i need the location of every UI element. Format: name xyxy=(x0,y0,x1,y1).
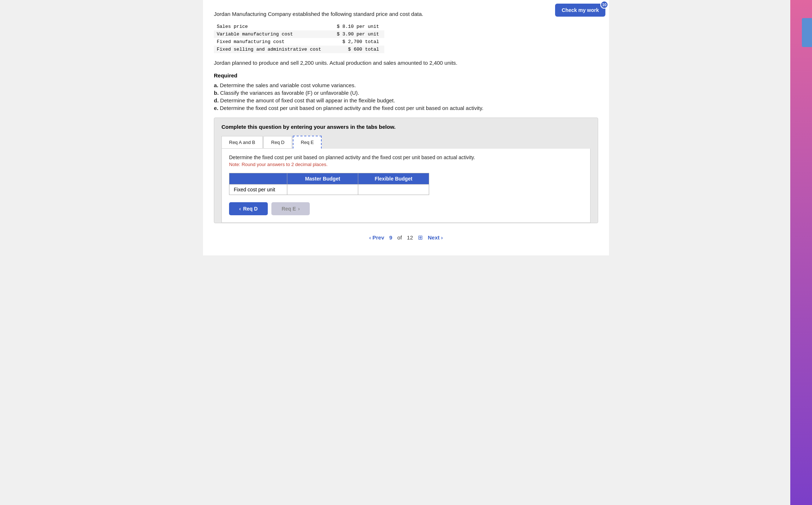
cost-value: $ 600 total xyxy=(326,46,384,53)
production-text: Jordan planned to produce and sell 2,200… xyxy=(214,60,598,66)
table-row: Fixed selling and administrative cost$ 6… xyxy=(214,46,384,53)
table-row: Variable manufacturing cost$ 3.90 per un… xyxy=(214,30,384,38)
complete-box: Complete this question by entering your … xyxy=(214,118,598,223)
next-label: Next xyxy=(428,234,440,241)
current-page: 9 xyxy=(389,234,392,241)
col-header-empty xyxy=(229,173,287,184)
req-item-text: Determine the amount of fixed cost that … xyxy=(220,97,395,103)
prev-arrow-icon: ‹ xyxy=(369,234,371,241)
req-item-label: d. xyxy=(214,97,219,103)
complete-box-title: Complete this question by entering your … xyxy=(221,124,591,130)
flexible-budget-input[interactable] xyxy=(358,184,429,195)
tab-req-a-b[interactable]: Req A and B xyxy=(221,136,263,149)
cost-label: Fixed manufacturing cost xyxy=(214,38,326,46)
tab-note: Note: Round your answers to 2 decimal pl… xyxy=(229,162,583,167)
grid-icon[interactable]: ⊞ xyxy=(418,234,423,241)
pagination-row: ‹ Prev 9 of 12 ⊞ Next › xyxy=(214,234,598,241)
master-budget-input[interactable] xyxy=(287,184,358,195)
right-arrow-icon: › xyxy=(298,206,300,212)
req-e-nav-button[interactable]: Req E › xyxy=(271,202,310,215)
req-item-text: Determine the sales and variable cost vo… xyxy=(220,82,356,88)
cost-value: $ 3.90 per unit xyxy=(326,30,384,38)
right-sidebar xyxy=(790,0,812,505)
table-row: Fixed cost per unit xyxy=(229,184,429,195)
total-pages: 12 xyxy=(407,234,413,241)
next-button[interactable]: Next › xyxy=(428,234,443,241)
req-d-nav-button[interactable]: ‹ Req D xyxy=(229,202,268,215)
list-item: a.Determine the sales and variable cost … xyxy=(214,82,598,88)
req-d-nav-label: Req D xyxy=(243,206,258,212)
answer-table: Master Budget Flexible Budget Fixed cost… xyxy=(229,173,429,195)
tab-content: Determine the fixed cost per unit based … xyxy=(221,149,591,223)
row-label: Fixed cost per unit xyxy=(229,184,287,195)
next-arrow-icon: › xyxy=(441,234,443,241)
cost-value: $ 2,700 total xyxy=(326,38,384,46)
sidebar-tab[interactable] xyxy=(802,18,812,47)
tabs-row: Req A and B Req D Req E xyxy=(221,136,591,149)
cost-label: Sales price xyxy=(214,23,326,30)
check-btn-wrapper: Check my work 10 xyxy=(555,4,605,17)
req-item-label: e. xyxy=(214,105,219,111)
req-item-text: Determine the fixed cost per unit based … xyxy=(220,105,483,111)
check-btn-label: Check my work xyxy=(562,7,599,13)
req-e-nav-label: Req E xyxy=(282,206,296,212)
req-item-text: Classify the variances as favorable (F) … xyxy=(220,90,359,96)
list-item: e.Determine the fixed cost per unit base… xyxy=(214,105,598,111)
prev-button[interactable]: ‹ Prev xyxy=(369,234,384,241)
req-item-label: b. xyxy=(214,90,219,96)
main-page: Check my work 10 Jordan Manufacturing Co… xyxy=(203,0,609,255)
list-item: d.Determine the amount of fixed cost tha… xyxy=(214,97,598,103)
page-of: of xyxy=(397,234,402,241)
prev-label: Prev xyxy=(372,234,384,241)
cost-data-table: Sales price$ 8.10 per unitVariable manuf… xyxy=(214,23,384,53)
cost-label: Variable manufacturing cost xyxy=(214,30,326,38)
col-header-flexible: Flexible Budget xyxy=(358,173,429,184)
req-item-label: a. xyxy=(214,82,219,88)
table-row: Sales price$ 8.10 per unit xyxy=(214,23,384,30)
flexible-budget-input-cell[interactable] xyxy=(358,184,429,195)
check-badge: 10 xyxy=(600,1,608,9)
left-arrow-icon: ‹ xyxy=(239,206,241,212)
table-row: Fixed manufacturing cost$ 2,700 total xyxy=(214,38,384,46)
tab-req-e[interactable]: Req E xyxy=(293,136,322,149)
cost-label: Fixed selling and administrative cost xyxy=(214,46,326,53)
req-list: a.Determine the sales and variable cost … xyxy=(214,82,598,111)
list-item: b.Classify the variances as favorable (F… xyxy=(214,90,598,96)
required-section: Required a.Determine the sales and varia… xyxy=(214,72,598,111)
check-my-work-button[interactable]: Check my work 10 xyxy=(555,4,605,17)
master-budget-input-cell[interactable] xyxy=(287,184,358,195)
tab-req-d[interactable]: Req D xyxy=(263,136,292,149)
col-header-master: Master Budget xyxy=(287,173,358,184)
cost-value: $ 8.10 per unit xyxy=(326,23,384,30)
intro-text: Jordan Manufacturing Company established… xyxy=(214,11,598,17)
tab-description: Determine the fixed cost per unit based … xyxy=(229,154,583,160)
nav-buttons: ‹ Req D Req E › xyxy=(229,202,583,215)
required-heading: Required xyxy=(214,72,598,78)
